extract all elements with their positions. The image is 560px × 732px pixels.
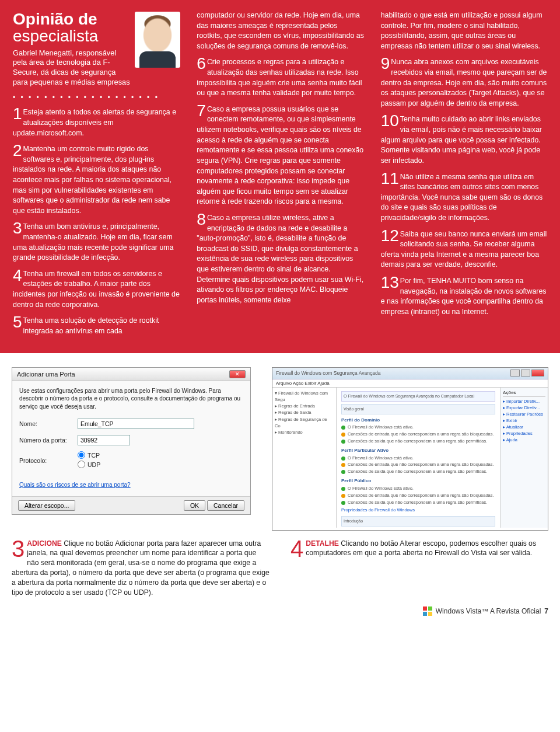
windows-logo-icon — [423, 606, 432, 616]
expert-title-2: especialista — [13, 27, 98, 45]
tip-text: Por fim, TENHA MUITO bom senso na navega… — [381, 277, 547, 316]
fw-action-item[interactable]: ▸ Propriedades — [503, 431, 545, 436]
tcp-radio[interactable] — [78, 451, 85, 459]
step-3-number: 3 — [12, 539, 24, 559]
fw-profile-header: Perfil do Domínio — [341, 417, 495, 424]
tips-col-3: habilitado o que está em utilização e po… — [381, 11, 548, 343]
tip-number: 12 — [381, 229, 399, 243]
tip-number: 11 — [381, 172, 399, 186]
tip-number: 1 — [13, 107, 22, 121]
fw-status-line: O Firewall do Windows está ativo. — [341, 486, 495, 492]
separator-dots: • • • • • • • • • • • • • • • • • • • — [13, 93, 180, 103]
scope-button[interactable]: Alterar escopo... — [18, 500, 75, 511]
tip-text: Tenha um firewall em todos os servidores… — [13, 270, 180, 309]
fw-status-line: O Firewall do Windows está ativo. — [341, 455, 495, 462]
fw-status-line: Conexões de saída que não correspondem a… — [341, 438, 495, 445]
tip-text: Tenha uma solução de detecção de rootkit… — [23, 316, 159, 335]
maximize-icon[interactable] — [521, 370, 530, 377]
step-4-text: Clicando no botão Alterar escopo, podemo… — [306, 539, 536, 557]
tip-text: Caso a empresa utilize wireless, ative a… — [197, 214, 363, 304]
close-icon[interactable]: ✕ — [229, 370, 246, 378]
tip-number: 3 — [13, 222, 22, 235]
tips-col-2: computador ou servidor da rede. Hoje em … — [197, 11, 364, 343]
tip-text: computador ou servidor da rede. Hoje em … — [197, 11, 364, 50]
tip-number: 5 — [13, 316, 22, 329]
fw-menu[interactable]: Arquivo Ação Exibir Ajuda — [272, 379, 548, 388]
protocol-label: Protocolo: — [19, 457, 78, 464]
fw-status-line: Conexões de entrada que não correspondem… — [341, 493, 495, 499]
tree-item[interactable]: ▸ Regras de Entrada — [275, 403, 334, 409]
close-icon[interactable] — [531, 370, 544, 377]
tip-text: Mantenha um controle muito rígido dos so… — [13, 145, 172, 215]
tree-item[interactable]: ▸ Monitorando — [275, 429, 334, 435]
tree-item[interactable]: ▸ Regras de Saída — [275, 409, 334, 416]
port-input[interactable] — [78, 435, 130, 445]
tip-text: Saiba que seu banco nunca enviará um ema… — [381, 230, 547, 269]
step-4: 4 DETALHE Clicando no botão Alterar esco… — [290, 539, 548, 598]
dialog-help-text: Use estas configurações para abrir uma p… — [19, 387, 243, 411]
step-4-number: 4 — [290, 539, 303, 559]
tip-number: 9 — [381, 57, 390, 71]
fw-props-link[interactable]: Propriedades do Firewall do Windows — [341, 507, 495, 514]
fw-action-item[interactable]: ▸ Exibir — [503, 418, 545, 423]
tree-item[interactable]: ▾ Firewall do Windows com Segu — [275, 390, 334, 403]
fw-status-line: Conexões de saída que não correspondem a… — [341, 500, 495, 506]
fw-action-item[interactable]: ▸ Atualizar — [503, 424, 545, 430]
fw-status-line: Conexões de saída que não correspondem a… — [341, 469, 495, 475]
tcp-label: TCP — [88, 452, 100, 459]
step-4-lead: DETALHE — [306, 539, 339, 548]
tip-text: Crie processos e regras para a utilizaçã… — [197, 58, 362, 97]
udp-label: UDP — [88, 461, 100, 468]
step-3-text: Clique no botão Adicionar porta para faz… — [12, 539, 270, 597]
udp-radio[interactable] — [78, 461, 85, 468]
tree-item[interactable]: ▸ Regras de Segurança de Co — [275, 416, 334, 430]
tip-number: 2 — [13, 144, 22, 158]
tip-number: 4 — [13, 269, 22, 283]
fw-actions-panel: Ações ▸ Importar Diretiv...▸ Exportar Di… — [500, 388, 548, 528]
fw-action-item[interactable]: ▸ Importar Diretiv... — [503, 399, 545, 404]
tip-number: 8 — [197, 213, 206, 226]
ok-button[interactable]: OK — [184, 500, 205, 511]
author-photo — [135, 12, 180, 68]
expert-title-1: Opinião de — [13, 10, 97, 28]
fw-status-line: Conexões de entrada que não correspondem… — [341, 431, 495, 438]
fw-status-line: Conexões de entrada que não correspondem… — [341, 462, 495, 468]
fw-action-item[interactable]: ▸ Exportar Diretiv... — [503, 405, 545, 410]
fw-action-item[interactable]: ▸ Ajuda — [503, 437, 545, 442]
fw-status-line: O Firewall do Windows está ativo. — [341, 424, 495, 431]
tip-number: 7 — [197, 104, 206, 118]
tip-text: habilitado o que está em utilização e po… — [381, 11, 542, 50]
tip-number: 13 — [381, 276, 399, 290]
add-port-dialog: Adicionar uma Porta ✕ Use estas configur… — [12, 367, 251, 515]
page-footer: Windows Vista™ A Revista Oficial 7 — [0, 604, 560, 624]
tip-number: 6 — [197, 57, 206, 71]
risk-link[interactable]: Quais são os riscos de se abrir uma port… — [19, 482, 131, 488]
port-label: Número da porta: — [19, 437, 78, 444]
fw-profile-header: Perfil Público — [341, 477, 495, 484]
name-label: Nome: — [19, 420, 78, 427]
fw-tree[interactable]: ▾ Firewall do Windows com Segu ▸ Regras … — [272, 388, 337, 528]
tip-text: Esteja atento a todos os alertas de segu… — [13, 108, 176, 137]
step-3: 3 ADICIONE Clique no botão Adicionar por… — [12, 539, 270, 598]
tip-text: Caso a empresa possua usuários que se co… — [197, 105, 363, 205]
firewall-window: Firewall do Windows com Segurança Avança… — [272, 367, 548, 531]
step-3-lead: ADICIONE — [27, 539, 62, 548]
minimize-icon[interactable] — [510, 370, 520, 377]
expert-opinion-box: Opinião deespecialista Gabriel Menegatti… — [0, 0, 560, 353]
name-input[interactable] — [78, 419, 194, 429]
fw-main: O Firewall do Windows com Segurança Avan… — [337, 388, 500, 528]
cancel-button[interactable]: Cancelar — [207, 500, 244, 511]
fw-profile-header: Perfil Particular Ativo — [341, 447, 495, 454]
tips-col-1: 1Esteja atento a todos os alertas de seg… — [13, 107, 180, 336]
tip-text: Não utilize a mesma senha que utiliza em… — [381, 173, 543, 222]
fw-action-item[interactable]: ▸ Restaurar Padrões — [503, 412, 545, 417]
magazine-name: Windows Vista™ A Revista Oficial — [436, 607, 541, 615]
fw-banner: O Firewall do Windows com Segurança Avan… — [341, 391, 495, 402]
tip-text: Nunca abra anexos com arquivos executáve… — [381, 58, 547, 107]
tip-number: 10 — [381, 114, 399, 128]
fw-overview: Visão geral — [341, 404, 495, 414]
tip-text: Tenha um bom antivírus e, principalmente… — [13, 222, 174, 262]
fw-start-header: Introdução — [341, 516, 495, 527]
dialog-title: Adicionar uma Porta — [17, 371, 75, 378]
page-number: 7 — [544, 607, 548, 615]
